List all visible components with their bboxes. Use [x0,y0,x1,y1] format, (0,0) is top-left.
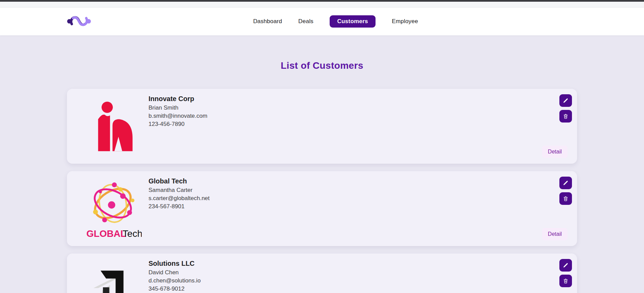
main-content: List of Customers Innovate Corp Brian Sm… [0,35,644,293]
customer-phone: 123-456-7890 [149,121,207,127]
customer-name: Innovate Corp [149,95,207,103]
page-title: List of Customers [0,60,644,71]
delete-button[interactable] [559,110,572,123]
app-logo[interactable] [67,14,91,30]
browser-chrome-strip [0,2,644,7]
customer-email: s.carter@globaltech.net [149,195,210,201]
delete-button[interactable] [559,275,572,287]
customer-phone: 345-678-9012 [149,286,201,292]
customer-contact: Brian Smith [149,104,207,111]
nav-menu: Dashboard Deals Customers Employee [253,15,418,28]
customer-card-innovate-corp: Innovate Corp Brian Smith b.smith@innova… [67,89,577,164]
global-tech-logo-image: GLOBAL Tech [84,177,142,241]
pencil-icon [562,180,569,186]
customer-card-global-tech: GLOBAL Tech Global Tech Samantha Carter … [67,171,577,246]
solutions-llc-logo [77,256,149,293]
customer-card-solutions-llc: Solutions LLC David Chen d.chen@solution… [67,254,577,293]
delete-button[interactable] [559,192,572,205]
customer-phone: 234-567-8901 [149,203,210,210]
trash-icon [562,113,569,119]
innovate-corp-logo-image [92,100,133,152]
customer-contact: Samantha Carter [149,187,210,193]
nav-item-employee[interactable]: Employee [392,18,418,25]
nav-item-deals[interactable]: Deals [298,18,313,25]
card-actions [559,94,572,123]
svg-text:Tech: Tech [123,228,142,239]
customer-list: Innovate Corp Brian Smith b.smith@innova… [67,89,577,293]
card-actions [559,259,572,287]
detail-button[interactable]: Detail [542,146,568,158]
nav-item-dashboard[interactable]: Dashboard [253,18,282,25]
edit-button[interactable] [559,94,572,107]
card-actions [559,177,572,205]
solutions-llc-logo-image [91,270,135,293]
global-tech-logo: GLOBAL Tech [77,174,149,243]
navbar: Dashboard Deals Customers Employee [0,7,644,35]
trash-icon [562,195,569,202]
customer-info: Innovate Corp Brian Smith b.smith@innova… [149,95,207,127]
detail-button[interactable]: Detail [542,228,568,240]
edit-button[interactable] [559,259,572,272]
customer-email: b.smith@innovate.com [149,113,207,119]
customer-name: Solutions LLC [149,260,201,267]
trash-icon [562,278,569,284]
pencil-icon [562,262,569,268]
innovate-corp-logo [77,92,149,161]
infinity-logo-icon [67,14,91,29]
svg-text:GLOBAL: GLOBAL [86,228,126,239]
customer-info: Global Tech Samantha Carter s.carter@glo… [149,177,210,210]
nav-item-customers[interactable]: Customers [330,15,376,28]
pencil-icon [562,97,569,104]
customer-name: Global Tech [149,177,210,185]
customer-info: Solutions LLC David Chen d.chen@solution… [149,260,201,292]
customer-contact: David Chen [149,269,201,276]
customer-email: d.chen@solutions.io [149,277,201,284]
edit-button[interactable] [559,177,572,189]
